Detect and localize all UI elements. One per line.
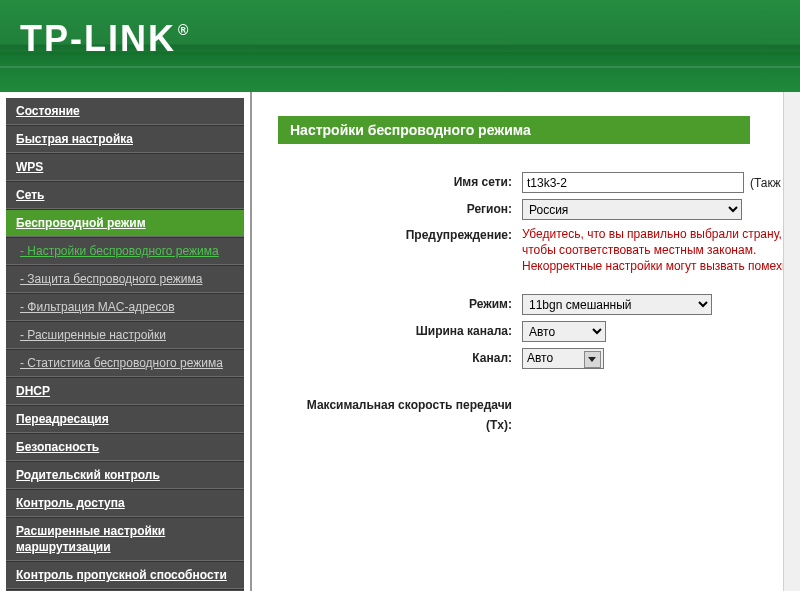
sidebar-item[interactable]: Родительский контроль <box>6 461 244 489</box>
chevron-down-icon <box>584 351 601 368</box>
mode-label: Режим: <box>278 294 522 314</box>
channel-width-select[interactable]: Авто <box>522 321 606 342</box>
txrate-label: Максимальная скорость передачи (Tx): <box>278 395 522 435</box>
sidebar-item[interactable]: Контроль доступа <box>6 489 244 517</box>
content-area: Настройки беспроводного режима Имя сети:… <box>252 92 800 591</box>
sidebar: СостояниеБыстрая настройкаWPSСетьБеспров… <box>0 92 250 591</box>
registered-icon: ® <box>178 22 190 38</box>
sidebar-item[interactable]: WPS <box>6 153 244 181</box>
banner-divider <box>0 66 800 68</box>
region-label: Регион: <box>278 199 522 219</box>
brand-logo: TP-LINK® <box>20 18 188 60</box>
ssid-tail-text: (Такж <box>750 176 781 190</box>
ssid-input[interactable] <box>522 172 744 193</box>
sidebar-item[interactable]: Быстрая настройка <box>6 125 244 153</box>
sidebar-subitem[interactable]: - Статистика беспроводного режима <box>6 349 244 377</box>
sidebar-item[interactable]: DHCP <box>6 377 244 405</box>
brand-text: TP-LINK <box>20 18 176 59</box>
sidebar-item[interactable]: Контроль пропускной способности <box>6 561 244 589</box>
sidebar-item[interactable]: Переадресация <box>6 405 244 433</box>
top-banner: TP-LINK® <box>0 0 800 92</box>
channel-select[interactable]: Авто <box>522 348 604 369</box>
channel-width-label: Ширина канала: <box>278 321 522 341</box>
sidebar-item[interactable]: Состояние <box>6 98 244 125</box>
sidebar-subitem[interactable]: - Защита беспроводного режима <box>6 265 244 293</box>
channel-label: Канал: <box>278 348 522 368</box>
sidebar-item[interactable]: Сеть <box>6 181 244 209</box>
sidebar-subitem[interactable]: - Настройки беспроводного режима <box>6 237 244 265</box>
page-title: Настройки беспроводного режима <box>278 116 750 144</box>
sidebar-subitem[interactable]: - Фильтрация MAC-адресов <box>6 293 244 321</box>
channel-select-value: Авто <box>527 351 553 365</box>
sidebar-item[interactable]: Расширенные настройки маршрутизации <box>6 517 244 561</box>
mode-select[interactable]: 11bgn смешанный <box>522 294 712 315</box>
warning-text: Убедитесь, что вы правильно выбрали стра… <box>522 226 800 274</box>
sidebar-subitem[interactable]: - Расширенные настройки <box>6 321 244 349</box>
sidebar-item[interactable]: Безопасность <box>6 433 244 461</box>
sidebar-item[interactable]: Беспроводной режим <box>6 209 244 237</box>
region-select[interactable]: Россия <box>522 199 742 220</box>
scrollbar[interactable] <box>783 92 800 591</box>
ssid-label: Имя сети: <box>278 172 522 192</box>
warning-label: Предупреждение: <box>278 226 522 242</box>
